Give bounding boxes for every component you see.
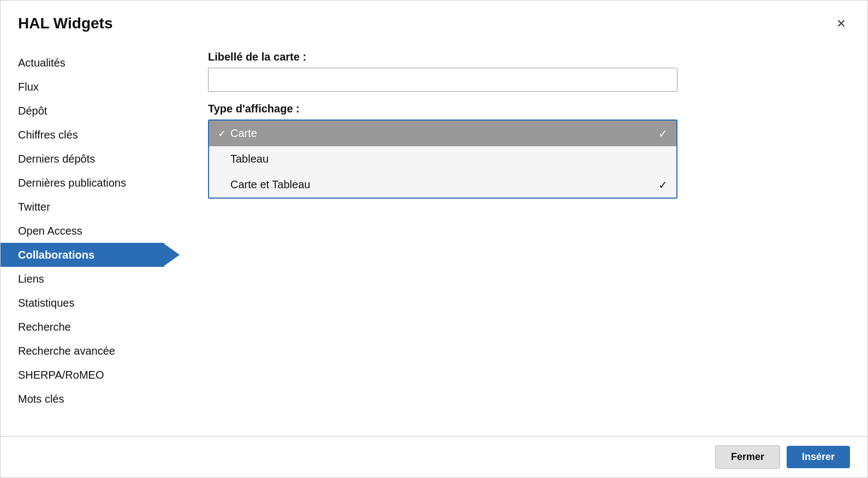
- close-button[interactable]: Fermer: [715, 445, 780, 469]
- sidebar-item-twitter[interactable]: Twitter: [18, 195, 164, 219]
- modal-footer: Fermer Insérer: [1, 436, 867, 477]
- sidebar-item-collaborations[interactable]: Collaborations: [1, 243, 164, 267]
- sidebar-item-mots-cles[interactable]: Mots clés: [18, 387, 164, 411]
- sidebar-item-derniers-depots[interactable]: Derniers dépôts: [18, 147, 164, 171]
- dropdown-option-carte-tableau[interactable]: ✓ Carte et Tableau ✓: [209, 172, 676, 198]
- libelle-label: Libellé de la carte :: [208, 51, 841, 63]
- sidebar-item-dernieres-publications[interactable]: Dernières publications: [18, 171, 164, 195]
- sidebar-item-open-access[interactable]: Open Access: [18, 219, 164, 243]
- sidebar-item-chiffres-cles[interactable]: Chiffres clés: [18, 123, 164, 147]
- type-label: Type d'affichage :: [208, 103, 841, 115]
- sidebar-item-depot[interactable]: Dépôt: [18, 99, 164, 123]
- libelle-input[interactable]: [208, 68, 677, 92]
- type-affichage-dropdown[interactable]: ✓ Carte ✓ ✓ Tableau ✓ Carte et Tableau ✓: [208, 120, 677, 199]
- sidebar-item-recherche[interactable]: Recherche: [18, 315, 164, 339]
- hal-widgets-modal: HAL Widgets × Actualités Flux Dépôt Chif…: [0, 0, 868, 478]
- sidebar: Actualités Flux Dépôt Chiffres clés Dern…: [1, 51, 164, 436]
- sidebar-item-recherche-avancee[interactable]: Recherche avancée: [18, 339, 164, 363]
- modal-body: Actualités Flux Dépôt Chiffres clés Dern…: [1, 42, 867, 436]
- modal-title: HAL Widgets: [18, 15, 112, 32]
- sidebar-item-actualites[interactable]: Actualités: [18, 51, 164, 75]
- sidebar-item-sherpa-romeo[interactable]: SHERPA/RoMEO: [18, 363, 164, 387]
- main-content: Libellé de la carte : Type d'affichage :…: [164, 51, 867, 436]
- end-check-icon: ✓: [658, 127, 668, 140]
- end-check-icon2: ✓: [658, 178, 668, 192]
- sidebar-item-liens[interactable]: Liens: [18, 267, 164, 291]
- sidebar-item-statistiques[interactable]: Statistiques: [18, 291, 164, 315]
- modal-header: HAL Widgets ×: [1, 1, 867, 42]
- check-mark-icon: ✓: [218, 128, 226, 140]
- insert-button[interactable]: Insérer: [787, 446, 850, 468]
- sidebar-item-flux[interactable]: Flux: [18, 75, 164, 99]
- dropdown-option-carte[interactable]: ✓ Carte ✓: [209, 121, 676, 146]
- dropdown-option-tableau[interactable]: ✓ Tableau: [209, 146, 676, 172]
- close-icon[interactable]: ×: [833, 14, 850, 33]
- dropdown-open-list: ✓ Carte ✓ ✓ Tableau ✓ Carte et Tableau ✓: [208, 120, 677, 199]
